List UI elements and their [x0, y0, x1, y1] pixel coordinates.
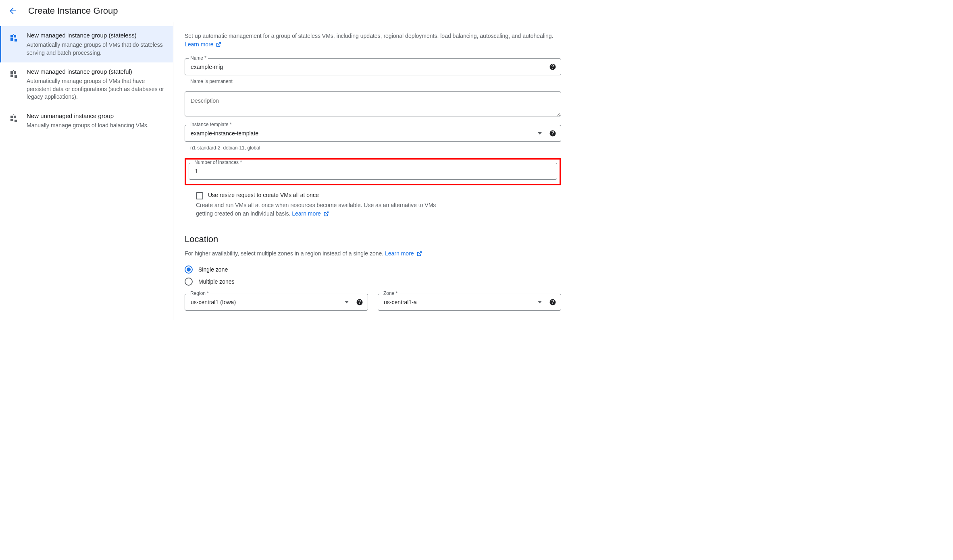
region-label: Region *	[189, 290, 210, 296]
help-icon[interactable]	[549, 299, 556, 306]
location-desc: For higher availability, select multiple…	[185, 250, 561, 257]
sidebar: New managed instance group (stateless) A…	[0, 22, 173, 320]
sidebar-item-title: New unmanaged instance group	[27, 112, 166, 119]
resize-request-label: Use resize request to create VMs all at …	[208, 192, 319, 198]
help-icon[interactable]	[549, 63, 556, 71]
learn-more-link[interactable]: Learn more	[185, 41, 221, 48]
help-icon[interactable]	[356, 299, 363, 306]
sidebar-item-unmanaged[interactable]: New unmanaged instance group Manually ma…	[0, 107, 173, 135]
main-content: Set up automatic management for a group …	[173, 22, 572, 320]
instance-template-label: Instance template *	[189, 122, 233, 127]
name-field: Name *	[185, 58, 561, 75]
chevron-down-icon	[345, 301, 349, 303]
learn-more-link[interactable]: Learn more	[292, 210, 329, 217]
num-instances-highlight: Number of instances *	[185, 158, 561, 185]
group-icon	[9, 113, 19, 123]
external-link-icon	[323, 211, 329, 217]
sidebar-item-desc: Manually manage groups of load balancing…	[27, 122, 166, 130]
help-icon[interactable]	[549, 130, 556, 137]
intro-text: Set up automatic management for a group …	[185, 32, 561, 49]
back-arrow-icon[interactable]	[8, 6, 18, 16]
region-select[interactable]: us-central1 (Iowa)	[185, 294, 368, 311]
sidebar-item-desc: Automatically manage groups of VMs that …	[27, 41, 166, 57]
external-link-icon	[416, 251, 422, 257]
single-zone-radio-row[interactable]: Single zone	[185, 265, 561, 274]
sidebar-item-stateless[interactable]: New managed instance group (stateless) A…	[0, 26, 173, 62]
instance-template-select[interactable]: example-instance-template	[185, 125, 561, 142]
sidebar-item-title: New managed instance group (stateful)	[27, 68, 166, 75]
single-zone-radio[interactable]	[185, 265, 193, 274]
region-field: Region * us-central1 (Iowa)	[185, 294, 368, 311]
name-input[interactable]	[185, 58, 561, 75]
multiple-zones-radio-row[interactable]: Multiple zones	[185, 278, 561, 286]
chevron-down-icon	[538, 132, 542, 135]
resize-request-desc: Create and run VMs all at once when reso…	[196, 201, 454, 218]
sidebar-item-desc: Automatically manage groups of VMs that …	[27, 77, 166, 101]
resize-request-row: Use resize request to create VMs all at …	[196, 192, 561, 199]
multiple-zones-label: Multiple zones	[198, 278, 235, 285]
num-instances-label: Number of instances *	[193, 160, 243, 165]
description-textarea[interactable]	[185, 91, 561, 116]
resize-request-checkbox[interactable]	[196, 192, 203, 199]
num-instances-field: Number of instances *	[189, 163, 557, 180]
page-header: Create Instance Group	[0, 0, 953, 22]
sidebar-item-stateful[interactable]: New managed instance group (stateful) Au…	[0, 62, 173, 107]
external-link-icon	[216, 42, 221, 48]
instance-template-helper: n1-standard-2, debian-11, global	[190, 145, 561, 151]
learn-more-link[interactable]: Learn more	[385, 250, 422, 257]
multiple-zones-radio[interactable]	[185, 278, 193, 286]
single-zone-label: Single zone	[198, 266, 228, 273]
group-icon	[9, 33, 19, 42]
chevron-down-icon	[538, 301, 542, 303]
group-icon	[9, 69, 19, 79]
zone-label: Zone *	[382, 290, 399, 296]
zone-select[interactable]: us-central1-a	[378, 294, 561, 311]
name-label: Name *	[189, 55, 208, 61]
sidebar-item-title: New managed instance group (stateless)	[27, 32, 166, 39]
num-instances-input[interactable]	[189, 163, 557, 180]
page-title: Create Instance Group	[28, 6, 118, 16]
name-helper: Name is permanent	[190, 79, 561, 84]
location-title: Location	[185, 234, 561, 245]
zone-field: Zone * us-central1-a	[378, 294, 561, 311]
instance-template-field: Instance template * example-instance-tem…	[185, 125, 561, 142]
